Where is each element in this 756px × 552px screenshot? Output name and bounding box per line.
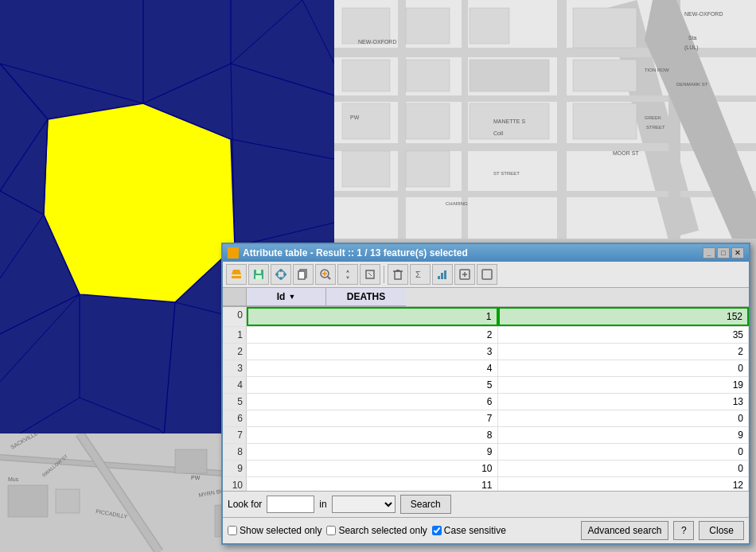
svg-marker-85 xyxy=(232,270,241,274)
table-row[interactable]: 670 xyxy=(223,410,749,427)
cell-rownum: 9 xyxy=(223,461,247,476)
svg-rect-109 xyxy=(444,270,446,279)
cell-rownum: 10 xyxy=(223,477,247,491)
svg-text:TION ROW: TION ROW xyxy=(645,68,669,72)
look-for-label: Look for xyxy=(228,499,262,510)
table-row[interactable]: 101112 xyxy=(223,477,749,491)
in-select[interactable] xyxy=(332,496,396,513)
svg-rect-52 xyxy=(573,103,637,139)
table-row[interactable]: 789 xyxy=(223,427,749,444)
attribute-table-dialog: Attribute table - Result :: 1 / 13 featu… xyxy=(221,243,750,545)
minimize-button[interactable]: _ xyxy=(703,247,715,259)
cell-rownum: 3 xyxy=(223,360,247,376)
table-row[interactable]: 9100 xyxy=(223,461,749,477)
svg-marker-0 xyxy=(44,103,235,302)
svg-text:CHARING: CHARING xyxy=(446,201,468,206)
case-sensitive-label[interactable]: Case sensitive xyxy=(432,525,506,536)
more-button[interactable] xyxy=(477,264,497,285)
svg-rect-43 xyxy=(406,60,450,91)
cell-deaths: 35 xyxy=(498,327,750,343)
close-dialog-button[interactable]: Close xyxy=(699,521,744,540)
table-row[interactable]: 4519 xyxy=(223,377,749,394)
case-sensitive-checkbox[interactable] xyxy=(432,526,442,535)
cell-rownum: 7 xyxy=(223,427,247,443)
cell-deaths: 152 xyxy=(498,307,750,326)
cell-rownum: 5 xyxy=(223,394,247,410)
cell-deaths: 0 xyxy=(498,410,750,426)
svg-rect-107 xyxy=(438,276,440,279)
copy-button[interactable] xyxy=(293,264,314,285)
cell-deaths: 2 xyxy=(498,344,750,360)
svg-rect-42 xyxy=(342,60,390,91)
rownum-header xyxy=(223,288,247,306)
svg-rect-87 xyxy=(256,270,261,274)
cell-deaths: 9 xyxy=(498,427,750,443)
title-bar: Attribute table - Result :: 1 / 13 featu… xyxy=(223,244,749,262)
id-column-header[interactable]: Id ▼ xyxy=(247,288,326,306)
stats-button[interactable] xyxy=(432,264,453,285)
svg-rect-40 xyxy=(406,8,450,44)
cell-rownum: 4 xyxy=(223,377,247,393)
cell-id: 11 xyxy=(247,477,498,491)
svg-point-91 xyxy=(283,273,286,276)
draw-button[interactable] xyxy=(271,264,291,285)
delete-button[interactable] xyxy=(388,264,408,285)
svg-text:Sta: Sta xyxy=(688,35,697,41)
svg-line-9 xyxy=(0,64,48,119)
table-row[interactable]: 01152 xyxy=(223,307,749,327)
expression-button[interactable]: Σ xyxy=(410,264,431,285)
maximize-button[interactable]: □ xyxy=(717,247,730,259)
search-selected-only-label[interactable]: Search selected only xyxy=(326,525,427,536)
cell-id: 8 xyxy=(247,427,498,443)
cell-id: 10 xyxy=(247,461,498,476)
cell-rownum: 1 xyxy=(223,327,247,343)
show-selected-only-label[interactable]: Show selected only xyxy=(228,525,321,536)
svg-line-26 xyxy=(231,0,302,64)
cell-id: 6 xyxy=(247,394,498,410)
edit-button[interactable] xyxy=(360,264,380,285)
svg-text:MANETTE S: MANETTE S xyxy=(493,119,525,124)
toolbar-sep-1 xyxy=(384,266,384,283)
cell-rownum: 6 xyxy=(223,410,247,426)
svg-rect-45 xyxy=(342,103,390,139)
zoom-selected-button[interactable] xyxy=(315,264,336,285)
table-header: Id ▼ DEATHS xyxy=(223,288,749,307)
help-button[interactable]: ? xyxy=(673,521,694,540)
show-selected-only-checkbox[interactable] xyxy=(228,526,237,535)
table-row[interactable]: 340 xyxy=(223,360,749,377)
cell-deaths: 19 xyxy=(498,377,750,393)
table-row[interactable]: 5613 xyxy=(223,394,749,410)
cell-deaths: 0 xyxy=(498,360,750,376)
svg-line-21 xyxy=(80,398,159,430)
svg-point-93 xyxy=(279,277,283,280)
svg-line-19 xyxy=(0,215,44,278)
close-titlebar-button[interactable]: ✕ xyxy=(731,247,744,259)
deaths-column-header[interactable]: DEATHS xyxy=(326,288,406,306)
svg-rect-113 xyxy=(482,270,492,279)
look-for-input[interactable] xyxy=(267,496,314,513)
svg-line-25 xyxy=(302,0,334,64)
svg-text:Mus: Mus xyxy=(8,476,19,482)
svg-line-16 xyxy=(0,294,80,382)
svg-text:(LUL): (LUL) xyxy=(684,45,699,51)
svg-line-4 xyxy=(231,139,334,159)
cell-deaths: 12 xyxy=(498,477,750,491)
toggle-editing-button[interactable] xyxy=(226,264,247,285)
cell-deaths: 0 xyxy=(498,444,750,460)
svg-rect-51 xyxy=(573,60,637,91)
advanced-search-button[interactable]: Advanced search xyxy=(581,521,669,540)
cell-id: 9 xyxy=(247,444,498,460)
save-button[interactable] xyxy=(248,264,269,285)
map-street: NEW-OXFORD NEW-OXFORD Sta (LUL) TION ROW… xyxy=(334,0,756,239)
cell-deaths: 13 xyxy=(498,394,750,410)
svg-line-8 xyxy=(0,191,44,215)
title-left: Attribute table - Result :: 1 / 13 featu… xyxy=(228,247,468,259)
search-selected-only-checkbox[interactable] xyxy=(326,526,336,535)
search-button[interactable]: Search xyxy=(400,495,451,514)
table-row[interactable]: 232 xyxy=(223,344,749,360)
table-row[interactable]: 890 xyxy=(223,444,749,461)
svg-line-1 xyxy=(0,64,143,103)
table-row[interactable]: 1235 xyxy=(223,327,749,344)
field-calculator-button[interactable] xyxy=(454,264,475,285)
pan-map-button[interactable] xyxy=(337,264,358,285)
